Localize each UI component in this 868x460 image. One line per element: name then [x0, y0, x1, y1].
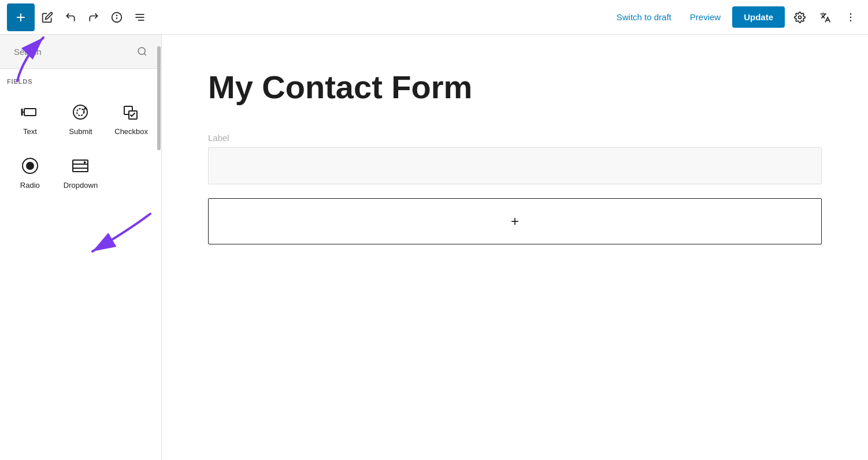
redo-button[interactable]: [83, 7, 104, 28]
form-field-label: Label: [208, 133, 822, 143]
fields-grid: Text Submit: [7, 94, 154, 197]
radio-field-icon: [20, 155, 40, 176]
scrollbar-thumb: [157, 46, 161, 150]
switch-to-draft-button[interactable]: Switch to draft: [610, 8, 678, 27]
dropdown-field-label: Dropdown: [64, 181, 98, 190]
form-text-input[interactable]: [208, 147, 822, 184]
settings-button[interactable]: [789, 7, 810, 28]
field-item-checkbox[interactable]: Checkbox: [108, 94, 154, 143]
radio-field-label: Radio: [20, 181, 40, 190]
sidebar-scrollbar[interactable]: [157, 35, 161, 460]
list-view-button[interactable]: [129, 7, 150, 28]
svg-point-6: [799, 16, 802, 18]
field-item-dropdown[interactable]: Dropdown: [58, 148, 104, 197]
more-options-button[interactable]: [840, 7, 861, 28]
search-icon: [137, 46, 147, 57]
preview-button[interactable]: Preview: [683, 8, 728, 27]
undo-icon: [65, 12, 76, 23]
sidebar: FIELDS Text: [0, 35, 162, 460]
field-item-radio[interactable]: Radio: [7, 148, 53, 197]
svg-line-11: [144, 53, 146, 55]
more-icon: [845, 12, 856, 23]
svg-point-20: [27, 162, 34, 169]
search-area: [0, 35, 161, 69]
toolbar-right: Switch to draft Preview Update: [610, 6, 861, 28]
content-area: My Contact Form Label +: [162, 35, 868, 460]
search-input[interactable]: [14, 47, 132, 57]
add-new-block-button[interactable]: +: [208, 198, 822, 244]
list-icon: [134, 12, 146, 23]
redo-icon: [88, 12, 99, 23]
field-item-text[interactable]: Text: [7, 94, 53, 143]
main-layout: FIELDS Text: [0, 35, 868, 460]
svg-rect-12: [24, 109, 36, 116]
translate-icon: [819, 12, 831, 23]
info-icon: [111, 12, 123, 23]
pen-icon: [42, 12, 53, 23]
update-button[interactable]: Update: [732, 6, 785, 28]
toolbar: +: [0, 0, 868, 35]
text-field-icon: [20, 102, 40, 123]
fields-label: FIELDS: [7, 78, 154, 85]
form-title: My Contact Form: [208, 69, 822, 105]
checkbox-field-label: Checkbox: [114, 127, 148, 136]
translate-button[interactable]: [815, 7, 836, 28]
submit-field-label: Submit: [69, 127, 92, 136]
svg-point-9: [850, 20, 852, 21]
form-field-group: Label: [208, 133, 822, 184]
pen-icon-button[interactable]: [37, 7, 58, 28]
text-field-label: Text: [23, 127, 37, 136]
fields-section: FIELDS Text: [0, 69, 161, 206]
undo-button[interactable]: [60, 7, 81, 28]
toolbar-left: +: [7, 3, 607, 31]
svg-point-8: [850, 16, 852, 18]
settings-icon: [794, 12, 806, 23]
info-button[interactable]: [106, 7, 127, 28]
svg-point-16: [77, 109, 84, 116]
svg-point-7: [850, 13, 852, 14]
search-box: [7, 42, 154, 61]
add-block-button[interactable]: +: [7, 3, 35, 31]
submit-field-icon: [70, 102, 91, 123]
checkbox-field-icon: [121, 102, 142, 123]
svg-point-10: [138, 47, 145, 54]
field-item-submit[interactable]: Submit: [58, 94, 104, 143]
dropdown-field-icon: [70, 155, 91, 176]
